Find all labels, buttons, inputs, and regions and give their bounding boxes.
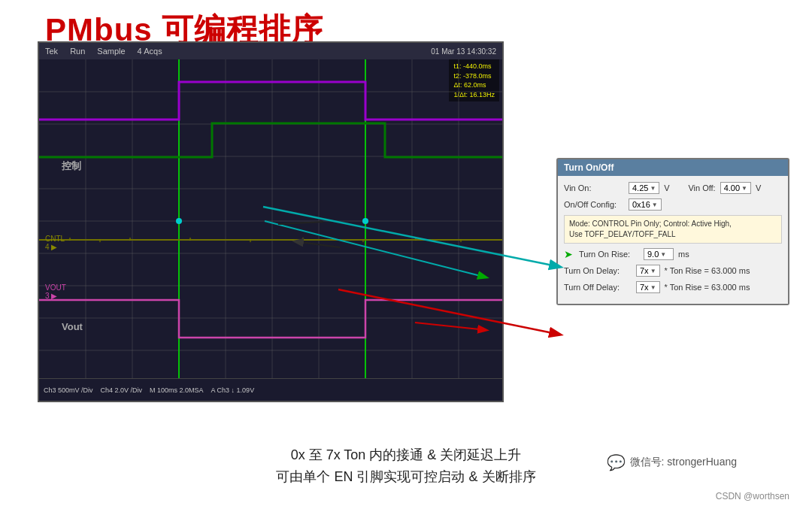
bottom-text-container: 0x 至 7x Ton 内的接通 & 关闭延迟上升 可由单个 EN 引脚实现可控… [276,444,535,488]
turn-on-rise-unit: ms [678,250,689,259]
csdn-attribution: CSDN @worthsen [716,491,789,501]
turn-off-delay-formula: * Ton Rise = 63.000 ms [665,283,750,292]
svg-line-23 [295,241,340,247]
turn-off-delay-label: Turn Off Delay: [564,283,632,292]
turn-on-off-panel: Turn On/Off Vin On: 4.25 ▼ V Vin Off: 4.… [556,158,789,305]
turn-on-rise-label: Turn On Rise: [579,250,639,259]
ch3-info: Ch3 500mV /Div [44,386,93,394]
turn-on-delay-dropdown[interactable]: 7x ▼ [636,265,660,277]
vin-off-unit: V [756,183,761,192]
svg-point-20 [176,218,182,224]
turn-on-delay-formula: * Ton Rise = 63.000 ms [665,266,750,275]
scope-run: Run [70,47,85,56]
turn-on-rise-row: ➤ Turn On Rise: 9.0 ▼ ms [564,248,782,260]
control-label: 控制 [62,159,81,173]
on-off-config-dropdown[interactable]: 0x16 ▼ [629,198,662,211]
panel-title: Turn On/Off [558,159,788,176]
turn-on-delay-row: Turn On Delay: 7x ▼ * Ton Rise = 63.000 … [564,265,782,277]
panel-body: Vin On: 4.25 ▼ V Vin Off: 4.00 ▼ V On/Of… [558,176,788,304]
on-off-config-label: On/Off Config: [564,200,624,209]
watermark-text: 微信号: strongerHuang [630,456,737,469]
cntl-channel-label: CNTL4 ▶ [45,235,65,251]
scope-bottom-bar: Ch3 500mV /Div Ch4 2.0V /Div M 100ms 2.0… [39,378,502,401]
vin-on-label: Vin On: [564,183,624,192]
scope-header: Tek Run Sample 4 Acqs 01 Mar 13 14:30:32 [39,43,502,59]
vin-on-unit: V [664,183,669,192]
turn-on-rise-arrow-icon: ➤ [564,248,573,260]
wechat-icon: 💬 [607,453,626,471]
scope-status: Tek [45,47,58,56]
waveform-svg [39,59,502,378]
config-row: On/Off Config: 0x16 ▼ [564,198,782,211]
scope-timestamp: 01 Mar 13 14:30:32 [431,47,496,56]
page-container: PMbus 可编程排序 Tek Run Sample 4 Acqs 01 Mar… [0,0,812,509]
turn-on-rise-input[interactable]: 9.0 ▼ [644,248,674,260]
watermark: 💬 微信号: strongerHuang [607,453,737,471]
oscilloscope: Tek Run Sample 4 Acqs 01 Mar 13 14:30:32… [38,41,504,402]
svg-line-24 [415,323,486,330]
time-info: M 100ms 2.0MSA [150,386,204,394]
scope-acqs: 4 Acqs [138,47,162,56]
vin-on-input[interactable]: 4.25 ▼ [629,182,659,194]
bottom-line2: 可由单个 EN 引脚实现可控启动 & 关断排序 [276,466,535,488]
svg-point-21 [362,218,368,224]
vin-off-input[interactable]: 4.00 ▼ [720,182,751,194]
scope-mode: Sample [97,47,125,56]
vin-row: Vin On: 4.25 ▼ V Vin Off: 4.00 ▼ V [564,182,782,194]
turn-off-delay-dropdown[interactable]: 7x ▼ [636,281,660,293]
bottom-line1: 0x 至 7x Ton 内的接通 & 关闭延迟上升 [276,444,535,466]
turn-on-delay-label: Turn On Delay: [564,266,632,275]
vout-channel-label: VOUT3 ▶ [45,283,66,300]
mode-description: Mode: CONTROL Pin Only; Control: Active … [564,215,782,244]
svg-line-22 [265,221,486,277]
ch3-ref-info: A Ch3 ↓ 1.09V [211,386,255,394]
turn-off-delay-row: Turn Off Delay: 7x ▼ * Ton Rise = 63.000… [564,281,782,293]
ch4-info: Ch4 2.0V /Div [101,386,143,394]
vout-label: Vout [62,321,83,332]
vin-off-label: Vin Off: [674,183,716,192]
